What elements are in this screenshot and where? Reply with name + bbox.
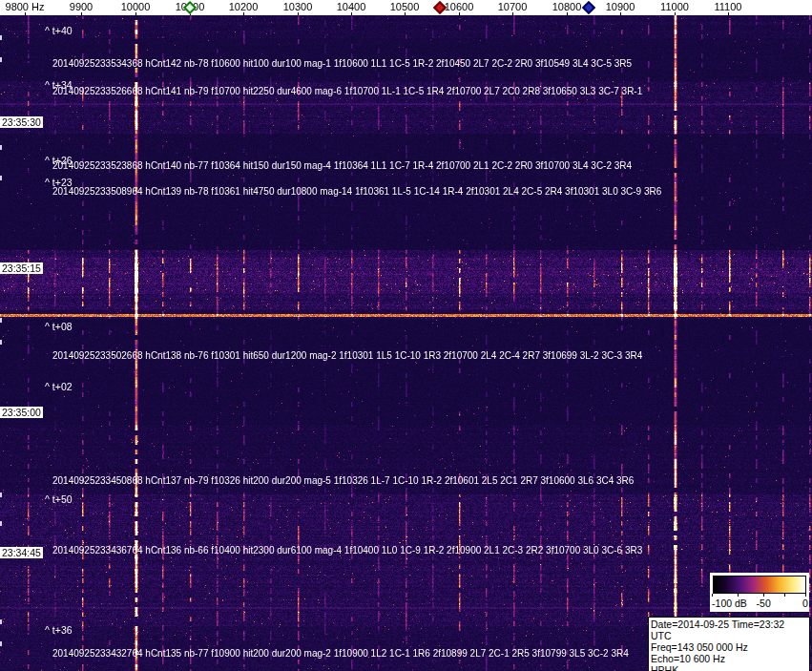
legend-tick <box>712 594 713 597</box>
freq-label: 9900 <box>70 1 93 12</box>
colormap-gradient-bar <box>713 576 806 594</box>
freq-label: 10200 <box>229 1 259 12</box>
meteor-echo-spectrogram-app: 9800 Hz990010000101001020010300104001050… <box>0 0 812 671</box>
frequency-axis: 9800 Hz990010000101001020010300104001050… <box>0 0 812 15</box>
info-frequency: Freq=143 050 000 Hz <box>651 641 807 653</box>
legend-tick <box>738 594 739 597</box>
info-station-code: HPHK <box>651 664 807 671</box>
legend-tick <box>784 594 785 597</box>
freq-axis-tick <box>728 12 729 15</box>
freq-label: 10600 <box>445 1 474 12</box>
freq-axis-tick <box>512 12 513 15</box>
freq-label: 11000 <box>660 1 689 12</box>
freq-axis-tick <box>135 12 136 15</box>
freq-axis-tick <box>675 12 676 15</box>
legend-tick <box>805 594 806 597</box>
freq-axis-tick <box>567 12 568 15</box>
spectrogram-waterfall <box>0 15 812 671</box>
freq-axis-tick <box>243 12 244 15</box>
freq-axis-tick <box>81 12 82 15</box>
freq-label: 10000 <box>121 1 151 12</box>
freq-label: 10500 <box>390 1 420 12</box>
freq-axis-tick <box>298 12 299 15</box>
legend-label: -50 <box>757 598 771 609</box>
legend-label: 0 <box>802 598 808 609</box>
info-date-time: Date=2014-09-25 Time=23:32 UTC <box>651 619 807 641</box>
freq-label: 10900 <box>606 1 635 12</box>
freq-label: 10400 <box>337 1 366 12</box>
freq-axis-tick <box>351 12 352 15</box>
info-echo-frequency: Echo=10 600 Hz <box>651 653 807 664</box>
freq-axis-tick <box>405 12 406 15</box>
blue-diamond-marker <box>582 1 595 14</box>
freq-axis-tick <box>459 12 460 15</box>
freq-axis-tick <box>620 12 621 15</box>
status-info-box: Date=2014-09-25 Time=23:32 UTC Freq=143 … <box>648 617 810 671</box>
freq-axis-tick <box>25 12 26 15</box>
freq-label: 11100 <box>715 1 742 12</box>
freq-label: 10800 <box>552 1 582 12</box>
legend-label: -100 dB <box>712 598 747 609</box>
freq-label: 9800 Hz <box>6 1 45 12</box>
legend-tick <box>763 594 764 597</box>
freq-label: 10300 <box>283 1 313 12</box>
freq-label: 10700 <box>498 1 528 12</box>
db-scale-legend: -100 dB-500 <box>710 573 809 612</box>
